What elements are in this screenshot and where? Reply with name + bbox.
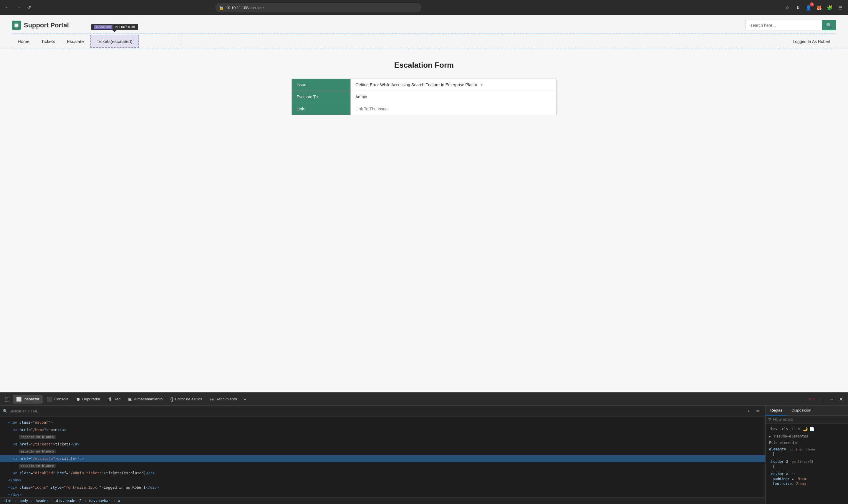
tooltip: a.disabled 191.667 × 38: [91, 24, 138, 30]
rule-navbar-a: .navbar a :: padding: ▶ .5rem font-size:…: [769, 472, 845, 486]
devtools-toolbar: ⬚ ⬜ Inspector ⬛ Consola ⏺ Depurador ⇅ Re…: [0, 393, 848, 406]
forward-button[interactable]: →: [14, 3, 22, 12]
html-search-bar: 🔍 + ✏: [0, 406, 765, 417]
rules-panel: Reglas Disposición ▽ :hov .cls + ☀ 🌙 📄: [765, 406, 848, 504]
form-row-issue: Issue: Getting Error While Accessing Sea…: [292, 79, 557, 91]
bc-header[interactable]: header: [36, 499, 48, 503]
nav-home[interactable]: Home: [12, 35, 35, 48]
rule-header-2-header: .header-2 en línea:98: [769, 460, 845, 464]
html-a-disabled[interactable]: <a class="disabled" href="/admin_tickets…: [0, 470, 765, 477]
rule-elemento-body: }: [769, 452, 845, 456]
tab-performance[interactable]: ◎ Rendimiento: [206, 395, 240, 403]
bc-nav-navbar[interactable]: nav.navbar: [89, 499, 110, 503]
profile-button[interactable]: 👤 12: [805, 3, 813, 12]
menu-button[interactable]: ☰: [836, 3, 845, 12]
nav-escalate[interactable]: Escalate: [61, 35, 90, 48]
bc-a[interactable]: a: [118, 499, 120, 503]
error-badge: ⚠ 2: [806, 396, 816, 402]
bc-html[interactable]: html: [3, 499, 12, 503]
tab-reglas[interactable]: Reglas: [765, 406, 787, 415]
extensions-button[interactable]: 🧩: [826, 3, 834, 12]
bc-body[interactable]: body: [20, 499, 28, 503]
link-value: [351, 103, 557, 115]
search-input[interactable]: [745, 20, 822, 30]
html-search-input[interactable]: [10, 409, 743, 413]
escalate-to-value: Admin: [351, 91, 557, 103]
ellipsis-button[interactable]: ···: [827, 396, 835, 403]
picker-button[interactable]: ✏: [754, 408, 762, 414]
search-button[interactable]: 🔍: [822, 20, 836, 30]
dark-mode-button[interactable]: 🌙: [802, 427, 808, 431]
filter-icon: ▽: [769, 417, 771, 421]
expand-padding-icon[interactable]: ▶: [792, 477, 794, 481]
style-editor-label: Editor de estilos: [175, 397, 202, 401]
tab-storage[interactable]: ▣ Almacenamiento: [125, 395, 166, 403]
issue-text: Getting Error While Accessing Search Fea…: [355, 83, 477, 87]
padding-val: .5rem: [796, 477, 807, 481]
add-rule-button[interactable]: +: [790, 427, 795, 431]
network-icon: ⇅: [108, 397, 112, 402]
screenshot-button[interactable]: 📄: [809, 427, 814, 431]
rule-selector-navbar-a: .navbar a: [769, 472, 788, 476]
rule-navbar-a-header: .navbar a ::: [769, 472, 845, 476]
tab-inspector[interactable]: ⬜ Inspector: [13, 395, 43, 403]
filter-styles-input[interactable]: [773, 417, 845, 421]
pseudo-arrow: ▶: [769, 435, 771, 438]
element-picker-button[interactable]: ⬚: [2, 395, 12, 403]
bc-div-header-2[interactable]: div.header-2: [56, 499, 82, 503]
tab-console[interactable]: ⬛ Consola: [43, 395, 72, 403]
tab-disposicion[interactable]: Disposición: [787, 406, 816, 415]
html-div-icons[interactable]: <div class="icons" style="font-size:15px…: [0, 484, 765, 491]
refresh-button[interactable]: ↺: [25, 3, 33, 12]
bookmark-button[interactable]: ☆: [783, 3, 792, 12]
html-nav-open[interactable]: <nav class="navbar">: [0, 419, 765, 426]
html-nav-close[interactable]: </nav>: [0, 476, 765, 484]
pseudo-elements-section[interactable]: ▶ Pseudo-elementos: [769, 434, 845, 438]
html-div-close[interactable]: </div>: [0, 491, 765, 497]
close-devtools-button[interactable]: ✕: [836, 395, 846, 403]
rule-header-2: .header-2 en línea:98 {: [769, 460, 845, 468]
light-mode-button[interactable]: ☀: [797, 427, 801, 431]
devtools-body: 🔍 + ✏ <nav class="navbar"> <a href="/hom…: [0, 406, 848, 504]
rule-font-size-prop: font-size: 2rem;: [773, 481, 845, 486]
rule-header-2-body: {: [769, 464, 845, 468]
padding-prop: padding: [773, 477, 788, 481]
dashed-vertical-right: [181, 34, 181, 49]
html-a-escalate[interactable]: <a href="/escalate">escalate</a>: [0, 455, 765, 463]
performance-label: Rendimiento: [216, 397, 237, 401]
back-button[interactable]: ←: [3, 3, 12, 12]
nav-tickets[interactable]: Tickets: [35, 35, 61, 48]
tab-style-editor[interactable]: {} Editor de estilos: [167, 395, 206, 403]
url-text: 10.10.11.188/escalate: [226, 5, 264, 10]
html-a-home[interactable]: <a href="/home">home</a>: [0, 426, 765, 434]
brand: ▣ Support Portal: [12, 21, 69, 30]
address-bar[interactable]: 🔒 10.10.11.188/escalate: [215, 3, 421, 12]
rules-content: :hov .cls + ☀ 🌙 📄 ▶ Pseudo-elementos Est…: [765, 424, 848, 504]
rule-elemento-close: }: [773, 452, 775, 456]
tab-network[interactable]: ⇅ Red: [105, 395, 124, 403]
escalate-to-label: Escalate To:: [292, 91, 351, 103]
brand-name: Support Portal: [24, 21, 69, 29]
tab-debugger[interactable]: ⏺ Depurador: [72, 395, 104, 403]
link-input[interactable]: [355, 107, 552, 111]
nav-tickets-escalated-wrapper: a.disabled 191.667 × 38 Tickets(escalate…: [90, 34, 140, 49]
storage-icon: ▣: [128, 397, 132, 402]
html-a-tickets[interactable]: <a href="/tickets">tickets</a>: [0, 441, 765, 448]
rule-source-navbar-a: ::: [792, 472, 796, 476]
dock-button[interactable]: ⬚: [817, 396, 826, 403]
firefox-button[interactable]: 🦊: [815, 3, 823, 12]
rule-elemento-header: elemento :: { en línea: [769, 447, 845, 451]
add-node-button[interactable]: +: [745, 408, 752, 414]
download-button[interactable]: ⬇: [794, 3, 802, 12]
more-tabs-button[interactable]: »: [241, 395, 249, 403]
site-main: Escalation Form Issue: Getting Error Whi…: [0, 49, 848, 127]
rules-tabs: Reglas Disposición: [765, 406, 848, 416]
escalation-form: Issue: Getting Error While Accessing Sea…: [291, 78, 557, 115]
dashed-border-top: [12, 34, 836, 34]
nav-tickets-escalated[interactable]: Tickets(escalated): [90, 35, 139, 48]
html-tree: <nav class="navbar"> <a href="/home">hom…: [0, 417, 765, 497]
site-header: ▣ Support Portal 🔍 Home Tickets Escalate…: [0, 15, 848, 49]
debugger-label: Depurador: [82, 397, 100, 401]
html-whitespace-2: espacio en blanco: [0, 448, 765, 455]
issue-dropdown-icon[interactable]: ▼: [480, 83, 484, 87]
